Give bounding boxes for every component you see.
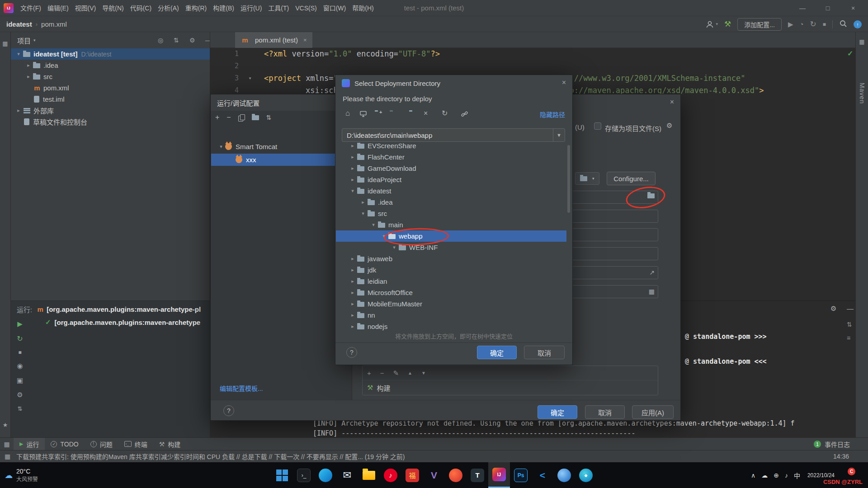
cancel-button[interactable]: 取消 — [524, 346, 565, 359]
close-dialog-icon[interactable]: × — [670, 98, 674, 106]
hide-panel-icon[interactable]: — — [205, 37, 210, 44]
collapse-all-icon[interactable]: ⇅ — [174, 37, 179, 44]
tray-network-icon[interactable]: ⊕ — [774, 472, 779, 479]
favorites-icon[interactable]: ★ — [0, 422, 10, 428]
menu-item[interactable]: 文件(F) — [17, 0, 44, 16]
tray-volume-icon[interactable]: ♪ — [785, 472, 788, 479]
profiler-icon[interactable]: ◔ — [799, 21, 803, 28]
rerun-run-icon[interactable]: ▶ — [17, 320, 23, 328]
remove-task-icon[interactable]: − — [380, 369, 384, 377]
deploy-tree-row[interactable]: ▸MobileEmuMaster — [336, 298, 566, 310]
ok-button[interactable]: 确定 — [477, 346, 517, 359]
menu-item[interactable]: 构建(B) — [210, 0, 237, 16]
taskbar-app-console[interactable]: ›_ — [293, 462, 315, 488]
breadcrumb-file[interactable]: pom.xml — [41, 20, 67, 28]
taskbar-app-sphere[interactable] — [553, 462, 575, 488]
scrollbar-thumb[interactable] — [567, 145, 570, 213]
help-button[interactable]: ? — [223, 405, 234, 416]
maven-toolwindow-button[interactable]: Maven — [859, 83, 866, 104]
search-everywhere-icon[interactable] — [839, 19, 847, 29]
deploy-tree-row[interactable]: ▸javaweb — [336, 253, 566, 264]
stop-icon[interactable]: ■ — [823, 22, 826, 27]
browse-folder-split-button[interactable]: ▾ — [575, 172, 599, 185]
menu-item[interactable]: 编辑(E) — [44, 0, 72, 16]
project-tree-row[interactable]: ▸外部库 — [11, 105, 210, 116]
path-combobox[interactable]: D:\ideatest\src\main\webapp ▼ — [342, 128, 565, 142]
taskbar-app-compass[interactable]: ◆ — [575, 462, 597, 488]
user-avatar-button[interactable]: ▾ — [705, 20, 718, 29]
menu-item[interactable]: 代码(C) — [127, 0, 155, 16]
maximize-button[interactable]: □ — [817, 0, 838, 16]
gear-icon[interactable]: ⚙ — [189, 37, 195, 44]
menu-item[interactable]: VCS(S) — [292, 0, 320, 16]
eye-icon[interactable]: ◉ — [17, 362, 23, 370]
config-group-row[interactable]: ▾ Smart Tomcat — [217, 141, 277, 153]
deploy-tree-row[interactable]: ▾webapp — [336, 230, 566, 242]
tab-todo[interactable]: ✓ TODO — [45, 438, 84, 450]
menu-item[interactable]: 视图(V) — [72, 0, 99, 16]
deploy-tree-row[interactable]: ▸EVScreenShare — [336, 143, 566, 151]
project-tree-row[interactable]: ▸.idea — [11, 60, 210, 71]
move-up-icon[interactable]: ▲ — [408, 371, 412, 375]
menu-item[interactable]: 帮助(H) — [349, 0, 377, 16]
sort-icon[interactable]: ⇅ — [266, 114, 272, 121]
add-task-icon[interactable]: + — [367, 369, 371, 377]
taskbar-app-start[interactable] — [271, 462, 293, 488]
run-config-name[interactable]: [org.apache.maven.plugins:maven-archetyp… — [47, 305, 201, 313]
run-tree-row[interactable]: ✓ [org.apache.maven.plugins:maven-archet… — [45, 318, 210, 326]
remove-config-icon[interactable]: − — [226, 113, 231, 122]
refresh-icon[interactable]: ↻ — [442, 109, 448, 117]
hide-path-link[interactable]: 隐藏路径 — [540, 110, 565, 119]
build-hammer-icon[interactable]: ⚒ — [724, 20, 731, 28]
menu-item[interactable]: 运行(U) — [237, 0, 265, 16]
run-icon[interactable]: ▶ — [788, 21, 793, 28]
tab-run[interactable]: ▶ 运行 — [14, 438, 45, 450]
copy-config-icon[interactable] — [238, 114, 245, 121]
tray-expand-icon[interactable]: ∧ — [751, 472, 755, 479]
toolwindow-switcher-icon[interactable]: ▦ — [0, 441, 14, 448]
stop-icon[interactable]: ■ — [18, 349, 21, 356]
project-view-selector[interactable]: 项目 — [17, 36, 31, 45]
close-tab-icon[interactable]: × — [303, 37, 307, 43]
deploy-dialog-titlebar[interactable]: Select Deployment Directory × — [335, 75, 572, 91]
desktop-icon[interactable] — [360, 111, 367, 119]
taskbar-app-redapp[interactable] — [445, 462, 467, 488]
list-icon[interactable]: ▦ — [649, 288, 655, 295]
deploy-tree-row[interactable]: ▾ideatest — [336, 185, 566, 197]
refresh-icon[interactable]: ↻ — [17, 334, 23, 343]
weather-widget[interactable]: ☁ 20°C 大风预警 — [5, 462, 38, 488]
close-window-button[interactable]: × — [843, 0, 863, 16]
link-icon[interactable] — [461, 111, 468, 119]
deploy-tree-row[interactable]: ▸nodejs — [336, 321, 566, 331]
deploy-tree-row[interactable]: ▾WEB-INF — [336, 242, 566, 253]
configure-button[interactable]: Configure... — [607, 172, 656, 185]
event-log-button[interactable]: 1 事件日志 — [814, 438, 850, 450]
chevron-down-icon[interactable]: ▾ — [217, 144, 225, 150]
tab-terminal[interactable]: ›_ 终端 — [118, 438, 153, 450]
update-icon[interactable]: ↑ — [854, 20, 862, 28]
menu-item[interactable]: 分析(A) — [155, 0, 182, 16]
menu-item[interactable]: 导航(N) — [99, 0, 127, 16]
ok-button[interactable]: 确定 — [538, 405, 577, 419]
breadcrumb-project[interactable]: ideatest — [6, 20, 32, 28]
notifications-icon[interactable]: ▦ — [856, 38, 868, 45]
before-launch-task-row[interactable]: ⚒ 构建 — [363, 380, 658, 395]
locate-file-icon[interactable]: ◎ — [158, 37, 163, 44]
store-project-file-checkbox[interactable] — [594, 122, 601, 130]
edit-task-icon[interactable]: ✎ — [393, 369, 399, 377]
add-config-icon[interactable]: + — [215, 113, 219, 122]
taskbar-app-idea[interactable]: IJ — [488, 462, 510, 488]
taskbar-app-edge[interactable] — [315, 462, 336, 488]
taskbar-app-netease[interactable]: ♪ — [380, 462, 401, 488]
chevron-down-icon[interactable]: ▼ — [553, 129, 565, 141]
minimize-button[interactable]: — — [792, 0, 813, 16]
menu-item[interactable]: 窗口(W) — [320, 0, 349, 16]
commit-toolwindow-icon[interactable]: ▦ — [0, 40, 10, 47]
settings-icon[interactable]: ⚙ — [17, 391, 23, 399]
deploy-tree-row[interactable]: ▾main — [336, 219, 566, 230]
apply-button[interactable]: 应用(A) — [632, 405, 674, 419]
taskbar-app-photoshop[interactable]: Ps — [510, 462, 532, 488]
move-down-icon[interactable]: ▼ — [421, 371, 426, 375]
deploy-tree-row[interactable]: ▸leidian — [336, 276, 566, 287]
tray-cloud-icon[interactable]: ☁ — [761, 472, 768, 479]
